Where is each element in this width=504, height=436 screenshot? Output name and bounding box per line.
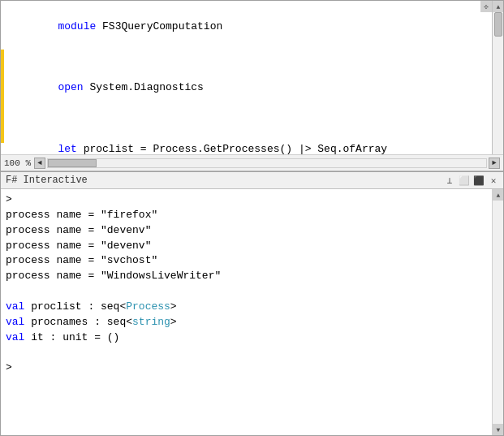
output-blank1 (6, 284, 487, 300)
output-wlw: process name = "WindowsLiveWriter" (6, 269, 487, 284)
dock-icon[interactable]: ⬛ (472, 174, 485, 187)
panel-scroll-track (493, 201, 503, 424)
output-firefox: process name = "firefox" (6, 208, 487, 223)
code-editor: module FS3QueryComputation open System.D… (1, 1, 503, 171)
output-val-proclist: val proclist : seq<Process> (6, 300, 487, 315)
panel-scrollbar: ▲ ▼ (492, 189, 503, 435)
code-line-blank1 (7, 50, 489, 66)
zoom-plus-btn[interactable]: ► (489, 158, 500, 169)
code-line-module: module FS3QueryComputation (7, 4, 489, 50)
h-scrollbar-track[interactable] (47, 158, 487, 168)
panel-title: F# Interactive (6, 175, 88, 186)
interactive-panel: F# Interactive ⊥ ⬜ ⬛ ✕ > process name = … (1, 171, 503, 435)
scroll-up-btn[interactable]: ▲ (493, 1, 503, 12)
output-blank2 (6, 345, 487, 360)
main-container: module FS3QueryComputation open System.D… (0, 0, 504, 436)
scroll-thumb[interactable] (494, 12, 502, 37)
corner-resize-icon: ✣ (480, 1, 492, 12)
output-val-procnames: val procnames : seq<string> (6, 315, 487, 330)
prompt-1: > (6, 192, 487, 208)
pin-icon[interactable]: ⊥ (443, 174, 456, 187)
zoom-label: 100 % (4, 158, 31, 168)
panel-scroll-down[interactable]: ▼ (493, 424, 503, 435)
zoom-bar: 100 % ◄ ► (1, 154, 503, 171)
zoom-minus-btn[interactable]: ◄ (34, 158, 45, 169)
scroll-track (493, 12, 503, 160)
panel-header: F# Interactive ⊥ ⬜ ⬛ ✕ (1, 171, 503, 189)
panel-content: > process name = "firefox" process name … (1, 189, 503, 435)
editor-scrollbar: ▲ ▼ (492, 1, 503, 171)
h-scrollbar-thumb (48, 159, 97, 167)
code-line-blank2 (7, 111, 489, 127)
output-devenv2: process name = "devenv" (6, 239, 487, 254)
code-content: module FS3QueryComputation open System.D… (1, 1, 503, 171)
output-val-it: val it : unit = () (6, 330, 487, 346)
panel-scroll-up[interactable]: ▲ (493, 189, 503, 201)
code-line-open: open System.Diagnostics (7, 65, 489, 111)
yellow-accent (1, 50, 4, 143)
output-svchost: process name = "svchost" (6, 253, 487, 269)
float-icon[interactable]: ⬜ (458, 174, 471, 187)
close-icon[interactable]: ✕ (487, 174, 500, 187)
prompt-2: > (6, 360, 487, 376)
panel-icons: ⊥ ⬜ ⬛ ✕ (443, 174, 500, 187)
output-devenv1: process name = "devenv" (6, 223, 487, 239)
